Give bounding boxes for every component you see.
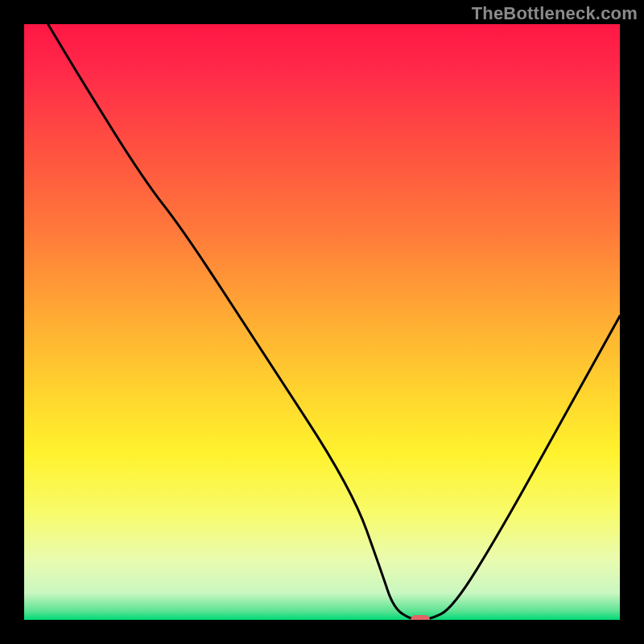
chart-container: TheBottleneck.com — [0, 0, 644, 644]
optimal-point-marker — [411, 615, 430, 620]
gradient-background — [24, 24, 620, 620]
bottleneck-chart — [24, 24, 620, 620]
watermark-text: TheBottleneck.com — [472, 3, 638, 24]
